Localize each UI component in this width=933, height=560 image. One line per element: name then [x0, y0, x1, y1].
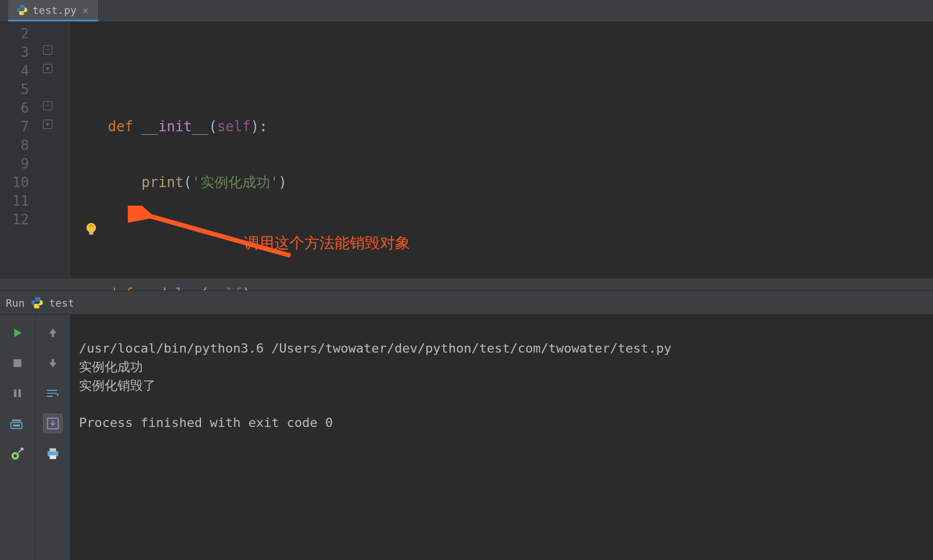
code-line[interactable] — [70, 62, 933, 80]
svg-rect-3 — [13, 359, 21, 367]
svg-rect-5 — [19, 389, 21, 397]
scroll-down-button[interactable] — [43, 353, 63, 373]
console-line: 实例化销毁了 — [79, 378, 156, 393]
editor-tabbar: test.py × — [0, 0, 933, 22]
code-text-area[interactable]: def __init__(self): print('实例化成功') def _… — [70, 22, 933, 278]
line-number: 3 — [0, 43, 29, 62]
run-label: Run — [2, 297, 25, 309]
toggle-soft-wrap-button[interactable] — [43, 383, 63, 403]
scroll-to-end-button[interactable] — [43, 414, 63, 433]
line-number: 2 — [0, 24, 29, 43]
console-output[interactable]: /usr/local/bin/python3.6 /Users/twowater… — [70, 315, 933, 560]
param-self: self — [217, 119, 251, 135]
print-button[interactable] — [43, 444, 63, 464]
svg-point-10 — [14, 454, 17, 458]
line-number: 9 — [0, 155, 29, 173]
console-line: /usr/local/bin/python3.6 /Users/twowater… — [79, 341, 672, 356]
code-line[interactable]: print('实例化成功') — [70, 173, 933, 192]
run-toolbar-secondary — [35, 315, 70, 560]
fold-toggle-icon[interactable]: − — [43, 45, 52, 55]
console-line: Process finished with exit code 0 — [79, 415, 333, 430]
keyword-def: def — [108, 119, 133, 135]
run-header[interactable]: Run test — [0, 290, 933, 315]
fold-end-icon[interactable]: ▾ — [43, 64, 52, 73]
attach-debugger-button[interactable] — [8, 444, 27, 464]
code-editor[interactable]: 2 3 4 5 6 7 8 9 10 11 12 − ▾ − ▾ def __i… — [0, 22, 933, 278]
line-number: 10 — [0, 173, 29, 192]
svg-rect-8 — [12, 419, 21, 421]
method-name: __init__ — [142, 119, 209, 135]
svg-rect-13 — [49, 448, 56, 452]
console-line: 实例化成功 — [79, 360, 143, 374]
python-file-icon — [31, 296, 44, 309]
line-number: 12 — [0, 210, 29, 229]
svg-rect-7 — [13, 425, 20, 426]
code-line[interactable]: def __init__(self): — [70, 117, 933, 136]
svg-rect-14 — [49, 455, 56, 459]
rerun-button[interactable] — [8, 323, 27, 343]
dump-threads-button[interactable] — [8, 414, 27, 433]
annotation-text: 调用这个方法能销毁对象 — [244, 234, 410, 252]
scroll-up-button[interactable] — [43, 323, 63, 343]
line-number: 11 — [0, 192, 29, 210]
line-number-gutter: 2 3 4 5 6 7 8 9 10 11 12 — [0, 22, 35, 278]
line-number: 5 — [0, 80, 29, 99]
run-tool-window: Run test — [0, 290, 933, 560]
line-number: 7 — [0, 117, 29, 136]
svg-rect-4 — [14, 389, 16, 397]
python-file-icon — [16, 4, 28, 16]
close-icon[interactable]: × — [81, 4, 90, 16]
run-config-name: test — [49, 297, 74, 309]
code-line[interactable] — [70, 229, 933, 247]
fold-gutter: − ▾ − ▾ — [35, 22, 70, 278]
run-toolbar-primary — [0, 315, 35, 560]
line-number: 4 — [0, 62, 29, 80]
line-number: 6 — [0, 99, 29, 117]
call-print: print — [142, 174, 184, 191]
pause-button[interactable] — [8, 383, 27, 403]
tab-filename: test.py — [33, 4, 77, 16]
fold-toggle-icon[interactable]: − — [43, 101, 52, 110]
stop-button[interactable] — [8, 353, 27, 373]
line-number: 8 — [0, 136, 29, 155]
tab-test-py[interactable]: test.py × — [8, 0, 99, 21]
fold-end-icon[interactable]: ▾ — [43, 120, 52, 129]
string-literal: '实例化成功' — [192, 174, 278, 191]
intention-bulb-icon[interactable] — [85, 185, 98, 200]
svg-rect-1 — [89, 232, 93, 235]
